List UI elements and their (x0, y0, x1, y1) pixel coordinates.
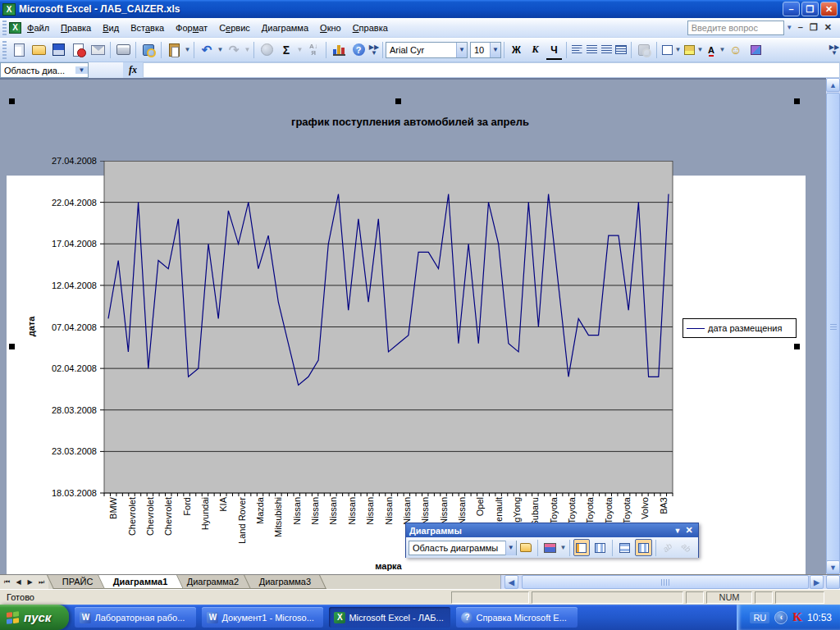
next-sheet-icon[interactable]: ▶ (25, 578, 35, 586)
question-dropdown-icon[interactable]: ▼ (784, 21, 795, 35)
scroll-left-icon[interactable]: ◀ (504, 575, 518, 589)
close-button[interactable]: ✕ (820, 2, 838, 16)
fill-color-dropdown-icon[interactable]: ▼ (696, 46, 704, 53)
bold-button[interactable]: Ж (508, 41, 525, 58)
language-indicator[interactable]: RU (750, 612, 769, 623)
chart-plot-area[interactable] (98, 161, 678, 500)
fill-color-button[interactable] (682, 41, 696, 59)
menu-правка[interactable]: Правка (55, 21, 97, 35)
paste-button[interactable] (165, 41, 183, 59)
name-box-dropdown-icon[interactable]: ▼ (75, 66, 88, 74)
selection-handle[interactable] (395, 98, 401, 104)
name-box[interactable]: Область диа... ▼ (0, 62, 89, 78)
menu-окно[interactable]: Окно (314, 21, 347, 35)
by-column-button[interactable] (635, 539, 652, 556)
standard-toolbar-options-icon[interactable]: ▶▶▼ (368, 40, 380, 60)
x-axis-title[interactable]: марка (104, 561, 673, 571)
restore-button[interactable]: ❐ (801, 2, 819, 16)
taskbar-task-word[interactable]: WЛабораторная рабо... (75, 607, 196, 628)
menu-вставка[interactable]: Вставка (125, 21, 170, 35)
charts-toolbar-options-icon[interactable]: ▼ (672, 527, 683, 535)
angle-text-down-button[interactable]: ab (659, 539, 676, 556)
chart-objects-combo[interactable]: Область диаграммы ▼ (409, 541, 517, 555)
legend-toggle-button[interactable] (573, 539, 591, 556)
angle-text-up-button[interactable]: ab (678, 539, 695, 556)
question-box[interactable]: Введите вопрос (687, 21, 784, 35)
workbook-minimize-icon[interactable]: – (798, 22, 803, 33)
horizontal-scroll-thumb[interactable] (522, 575, 809, 589)
chart-wizard-button[interactable] (330, 41, 348, 59)
minimize-button[interactable]: – (783, 2, 800, 16)
open-button[interactable] (30, 41, 48, 59)
sheet-tab-диаграмма2[interactable]: Диаграмма2 (171, 575, 254, 589)
chart-type-button[interactable] (541, 539, 559, 556)
permission-button[interactable] (69, 41, 87, 59)
chart-type-dropdown-icon[interactable]: ▼ (559, 544, 566, 551)
charts-floating-toolbar[interactable]: Диаграммы ▼ ✕ Область диаграммы ▼ ▼ ab a… (405, 523, 699, 558)
hyperlink-button[interactable] (258, 41, 276, 59)
taskbar-task-word[interactable]: WДокумент1 - Microso... (202, 607, 323, 628)
autosum-button[interactable]: Σ (277, 41, 295, 59)
align-center-button[interactable] (585, 41, 598, 59)
last-sheet-icon[interactable]: ⏭ (36, 578, 47, 587)
horizontal-scrollbar[interactable]: ◀ ▶ (500, 575, 840, 590)
font-color-dropdown-icon[interactable]: ▼ (719, 46, 726, 53)
format-selection-button[interactable] (518, 539, 535, 556)
menu-файл[interactable]: Файл (21, 21, 55, 35)
chart-legend[interactable]: дата размещения (682, 318, 797, 338)
borders-button[interactable] (660, 41, 673, 59)
prev-sheet-icon[interactable]: ◀ (13, 578, 24, 586)
start-button[interactable]: пуск (0, 605, 69, 630)
scroll-right-icon[interactable]: ▶ (810, 575, 824, 589)
formula-bar[interactable] (143, 62, 840, 78)
align-right-button[interactable] (600, 41, 613, 59)
undo-button[interactable]: ↶ (198, 41, 216, 59)
font-name-combo[interactable]: Arial Cyr ▼ (386, 42, 468, 58)
align-left-button[interactable] (570, 41, 583, 59)
workbook-close-icon[interactable]: ✕ (824, 22, 832, 33)
sheet-tab-диаграмма1[interactable]: Диаграмма1 (98, 575, 183, 589)
underline-button[interactable]: Ч (546, 41, 563, 58)
new-document-button[interactable] (10, 41, 28, 59)
help-button[interactable]: ? (349, 41, 368, 59)
chart-objects-dropdown-icon[interactable]: ▼ (505, 541, 516, 555)
font-size-combo[interactable]: 10 ▼ (470, 42, 501, 58)
menu-сервис[interactable]: Сервис (213, 21, 256, 35)
font-name-dropdown-icon[interactable]: ▼ (456, 43, 467, 57)
currency-button[interactable] (635, 41, 653, 59)
undo-dropdown-icon[interactable]: ▼ (217, 46, 224, 53)
sort-ascending-button[interactable]: А↓Я (304, 41, 322, 59)
data-table-button[interactable] (591, 539, 609, 556)
selection-handle[interactable] (794, 344, 800, 349)
borders-dropdown-icon[interactable]: ▼ (674, 46, 682, 53)
taskbar-task-help[interactable]: ?Справка Microsoft E... (456, 607, 578, 628)
scroll-down-icon[interactable]: ▼ (826, 560, 840, 574)
font-color-button[interactable]: А (705, 41, 718, 59)
workbook-restore-icon[interactable]: ❐ (810, 22, 818, 33)
chart-title[interactable]: график поступления автомобилей за апрель (164, 116, 656, 128)
kaspersky-tray-icon[interactable]: K (792, 610, 802, 624)
paste-dropdown-icon[interactable]: ▼ (184, 46, 191, 53)
redo-button[interactable]: ↷ (225, 41, 243, 59)
by-row-button[interactable] (616, 539, 633, 556)
vertical-scroll-thumb[interactable] (826, 93, 840, 562)
custom-tool-button[interactable] (746, 41, 765, 59)
menu-вид[interactable]: Вид (97, 21, 125, 35)
menu-формат[interactable]: Формат (170, 21, 213, 35)
formatting-toolbar-options-icon[interactable]: ▶▶▼ (829, 40, 840, 60)
sheet-tab-диаграмма3[interactable]: Диаграмма3 (244, 575, 326, 589)
y-axis-title[interactable]: дата (26, 317, 36, 337)
insert-function-button[interactable]: fx (123, 62, 143, 78)
menu-диаграмма[interactable]: Диаграмма (256, 21, 314, 35)
charts-toolbar-close-icon[interactable]: ✕ (683, 525, 695, 536)
print-button[interactable] (114, 41, 132, 59)
vertical-scrollbar[interactable]: ▲ ▼ (826, 78, 840, 574)
tray-chevron-icon[interactable]: ‹ (774, 611, 788, 624)
charts-toolbar-titlebar[interactable]: Диаграммы ▼ ✕ (406, 523, 698, 537)
italic-button[interactable]: К (527, 41, 544, 58)
merge-center-button[interactable] (614, 41, 628, 59)
selection-handle[interactable] (794, 98, 800, 104)
menu-справка[interactable]: Справка (347, 21, 394, 35)
selection-handle[interactable] (9, 344, 15, 349)
mail-button[interactable] (89, 41, 107, 59)
